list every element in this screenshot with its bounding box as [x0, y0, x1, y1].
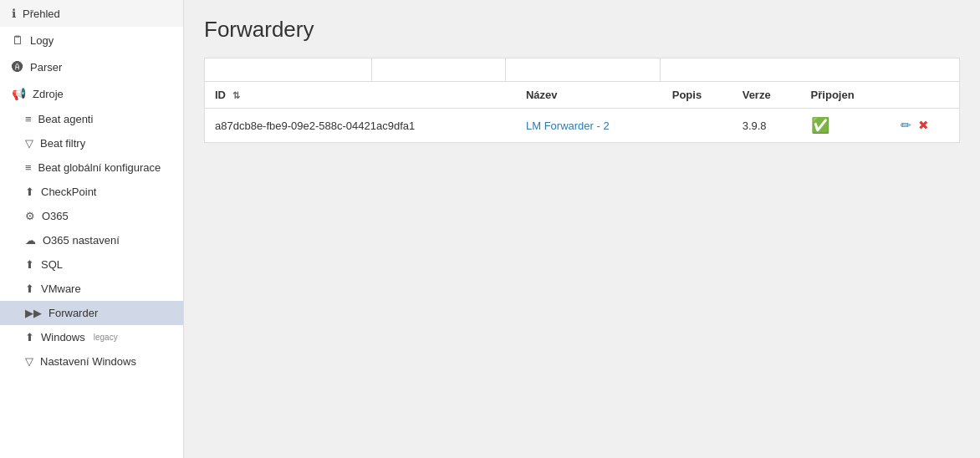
status-connected-icon: ✅ [811, 117, 829, 134]
parser-icon: 🅐 [12, 60, 23, 74]
zdroje-icon: 📢 [12, 87, 26, 100]
col-id-label: ID [215, 89, 226, 101]
sidebar-item-parser[interactable]: 🅐 Parser [0, 53, 183, 80]
document-icon: 🗒 [12, 33, 23, 47]
sidebar-item-vmware[interactable]: ⬆ VMware [0, 277, 183, 301]
sidebar-item-prehled-label: Přehled [23, 8, 60, 20]
config-icon: ≡ [25, 161, 32, 174]
cell-pripojen: ✅ [801, 109, 891, 143]
info-icon: ℹ [12, 7, 16, 20]
filter-verze-input[interactable] [661, 59, 959, 81]
forwardery-table-container: ID ⇅ Název Popis Verze Připojen [204, 58, 960, 143]
nastaveni-icon: ▽ [25, 355, 33, 368]
sidebar-item-forwarder[interactable]: ▶▶ Forwarder [0, 301, 183, 325]
col-header-id[interactable]: ID ⇅ [205, 82, 516, 109]
sql-icon: ⬆ [25, 258, 34, 271]
forwarder-icon: ▶▶ [25, 307, 42, 319]
sidebar-item-o365-label: O365 [42, 210, 69, 222]
edit-button[interactable]: ✏ [901, 118, 911, 133]
cloud-icon: ☁ [25, 234, 36, 247]
sidebar-item-beat-globalni-label: Beat globální konfigurace [38, 161, 161, 174]
filter-popis-input[interactable] [506, 59, 661, 81]
col-header-verze: Verze [732, 82, 801, 109]
cell-nazev: LM Forwarder - 2 [516, 109, 662, 143]
sidebar-item-checkpoint-label: CheckPoint [41, 186, 96, 198]
cell-actions: ✏ ✖ [891, 109, 959, 143]
sidebar-item-beat-agenti-label: Beat agenti [38, 113, 94, 125]
sidebar-item-sql[interactable]: ⬆ SQL [0, 252, 183, 277]
page-title: Forwardery [204, 17, 960, 43]
col-popis-label: Popis [672, 89, 702, 101]
col-header-actions [891, 82, 959, 109]
col-header-pripojen: Připojen [801, 82, 891, 109]
sidebar-item-beat-globalni[interactable]: ≡ Beat globální konfigurace [0, 155, 183, 180]
delete-button[interactable]: ✖ [918, 118, 929, 133]
sort-icon: ⇅ [232, 90, 240, 100]
filter-id-input[interactable] [205, 59, 372, 81]
cell-popis [662, 109, 732, 143]
sidebar-item-beat-filtry-label: Beat filtry [40, 137, 85, 150]
col-verze-label: Verze [743, 89, 771, 101]
sidebar-item-parser-label: Parser [30, 61, 62, 74]
col-nazev-label: Název [526, 89, 558, 101]
filter-row [205, 59, 959, 82]
sidebar-item-windows[interactable]: ⬆ Windows legacy [0, 325, 183, 349]
sidebar-item-vmware-label: VMware [41, 282, 81, 295]
sidebar-item-o365[interactable]: ⚙ O365 [0, 204, 183, 228]
sidebar-item-beat-filtry[interactable]: ▽ Beat filtry [0, 131, 183, 155]
sidebar-item-zdroje[interactable]: 📢 Zdroje [0, 80, 183, 107]
cell-verze: 3.9.8 [732, 109, 801, 143]
sidebar-item-forwarder-label: Forwarder [48, 307, 98, 319]
sidebar-item-logy[interactable]: 🗒 Logy [0, 27, 183, 53]
col-pripojen-label: Připojen [811, 89, 855, 101]
sidebar-item-checkpoint[interactable]: ⬆ CheckPoint [0, 180, 183, 204]
col-header-popis: Popis [662, 82, 732, 109]
sidebar-item-prehled[interactable]: ℹ Přehled [0, 0, 183, 27]
forwardery-table: ID ⇅ Název Popis Verze Připojen [205, 82, 959, 142]
actions-cell: ✏ ✖ [901, 118, 949, 133]
vmware-icon: ⬆ [25, 282, 34, 295]
nazev-link[interactable]: LM Forwarder - 2 [526, 120, 610, 132]
sidebar-item-zdroje-label: Zdroje [33, 88, 64, 100]
sidebar-item-nastaveni-windows-label: Nastavení Windows [40, 355, 136, 368]
sidebar: ℹ Přehled 🗒 Logy 🅐 Parser 📢 Zdroje ≡ Bea… [0, 0, 184, 458]
sidebar-item-sql-label: SQL [41, 258, 63, 271]
o365-icon: ⚙ [25, 210, 35, 222]
windows-icon: ⬆ [25, 331, 34, 344]
checkpoint-icon: ⬆ [25, 186, 34, 198]
windows-legacy-badge: legacy [94, 333, 118, 342]
list-icon: ≡ [25, 113, 32, 125]
col-header-nazev: Název [516, 82, 662, 109]
filter-nazev-input[interactable] [372, 59, 506, 81]
table-row: a87dcb8e-fbe9-09e2-588c-04421ac9dfa1 LM … [205, 109, 959, 143]
sidebar-item-beat-agenti[interactable]: ≡ Beat agenti [0, 107, 183, 131]
sidebar-item-logy-label: Logy [30, 34, 54, 47]
sidebar-item-nastaveni-windows[interactable]: ▽ Nastavení Windows [0, 349, 183, 374]
cell-id: a87dcb8e-fbe9-09e2-588c-04421ac9dfa1 [205, 109, 516, 143]
main-content: Forwardery ID ⇅ Název Popis [184, 0, 980, 458]
sidebar-item-o365-nastaveni[interactable]: ☁ O365 nastavení [0, 228, 183, 252]
sidebar-item-windows-label: Windows [41, 331, 85, 344]
table-header-row: ID ⇅ Název Popis Verze Připojen [205, 82, 959, 109]
sidebar-item-o365-nastaveni-label: O365 nastavení [43, 234, 120, 247]
filter-icon: ▽ [25, 137, 33, 150]
